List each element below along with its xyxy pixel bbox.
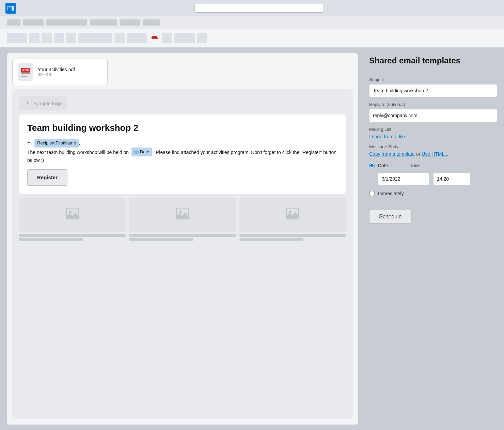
ribbon-button[interactable] <box>7 33 27 43</box>
message-body-label: Message Body <box>369 144 497 149</box>
attachment-info: Your activities.pdf 320 KB <box>38 67 75 77</box>
subject-input[interactable] <box>369 84 497 97</box>
logo-placeholder-icon <box>25 100 31 106</box>
caption-2 <box>129 234 236 241</box>
image-icon-3 <box>286 208 299 222</box>
top-bar <box>0 0 504 16</box>
import-link[interactable]: Import from a file... <box>369 134 497 139</box>
ribbon-button[interactable] <box>197 33 207 43</box>
reply-icon[interactable] <box>149 33 160 44</box>
svg-point-14 <box>289 211 292 213</box>
search-bar[interactable] <box>194 4 324 13</box>
nav-pill <box>143 19 160 26</box>
svg-point-4 <box>27 103 29 105</box>
email-preview: Sample logo Team building workshop 2 Hi … <box>12 89 353 419</box>
outlook-icon <box>5 3 16 14</box>
caption-bar-short <box>19 238 83 241</box>
caption-3 <box>239 234 346 241</box>
register-button[interactable]: Register <box>27 169 67 186</box>
image-placeholder-2 <box>129 198 236 232</box>
ribbon-button[interactable] <box>42 33 52 43</box>
logo-area: Sample logo <box>19 96 67 110</box>
immediately-radio-row: Immediately <box>369 191 497 196</box>
svg-rect-2 <box>8 6 12 8</box>
ribbon-button[interactable] <box>127 33 147 43</box>
ribbon-button[interactable] <box>174 33 195 43</box>
date-field <box>378 172 429 185</box>
nav-bar <box>0 16 504 29</box>
svg-rect-3 <box>12 6 14 11</box>
email-body: Team building workshop 2 Hi RecipientFir… <box>19 114 346 194</box>
subject-label: Subject <box>369 77 497 82</box>
ribbon-button[interactable] <box>66 33 76 43</box>
caption-bar <box>129 234 236 237</box>
logo-text: Sample logo <box>33 101 62 106</box>
nav-pill <box>23 19 44 26</box>
image-placeholder-1 <box>19 198 126 232</box>
ribbon <box>0 29 504 48</box>
comma: , <box>79 140 80 145</box>
attachment-filesize: 320 KB <box>38 72 75 77</box>
date-icon <box>134 150 139 154</box>
nav-pill <box>46 19 87 26</box>
attachment-card[interactable]: PDF Your activities.pdf 320 KB <box>12 59 108 85</box>
attachment-filename: Your activities.pdf <box>38 67 75 72</box>
image-row <box>19 198 346 232</box>
svg-point-10 <box>69 211 72 213</box>
pdf-label: PDF <box>21 68 30 73</box>
reply-to-label: Reply to (optional) <box>369 102 497 107</box>
nav-pill <box>90 19 117 26</box>
ribbon-button[interactable] <box>162 33 172 43</box>
reply-to-input[interactable] <box>369 109 497 122</box>
ribbon-button[interactable] <box>54 33 64 43</box>
svg-rect-6 <box>135 150 135 152</box>
message-body-row: Copy from a template or Use HTML... <box>369 151 497 157</box>
nav-pill <box>120 19 140 26</box>
nav-pill <box>7 19 20 26</box>
mailing-list-label: Mailing List <box>369 127 497 132</box>
immediately-label: Immediately <box>378 191 404 196</box>
body-part1: The next team building workshop will be … <box>27 150 129 155</box>
caption-bar <box>19 234 126 237</box>
caption-row <box>19 234 346 241</box>
recipient-tag: RecipientFirstName <box>34 139 79 148</box>
left-panel: PDF Your activities.pdf 320 KB Sa <box>7 53 358 425</box>
schedule-button[interactable]: Schedule <box>369 210 412 224</box>
time-input[interactable] <box>433 172 471 185</box>
image-placeholder-3 <box>239 198 346 232</box>
caption-bar-short <box>129 238 193 241</box>
date-radio[interactable] <box>369 163 375 168</box>
date-tag: Date <box>131 148 152 156</box>
ribbon-button[interactable] <box>114 33 125 43</box>
image-icon-2 <box>176 208 189 222</box>
email-text: Hi RecipientFirstName, The next team bui… <box>27 139 338 186</box>
caption-bar-short <box>239 238 303 241</box>
svg-point-12 <box>179 211 182 213</box>
right-panel: Shared email templates Subject Reply to … <box>361 53 497 425</box>
time-field <box>433 172 471 185</box>
immediately-radio[interactable] <box>369 191 375 196</box>
date-input[interactable] <box>378 172 429 185</box>
pdf-icon: PDF <box>18 63 33 81</box>
ribbon-button[interactable] <box>78 33 112 43</box>
caption-1 <box>19 234 126 241</box>
copy-from-template-link[interactable]: Copy from a template <box>369 151 415 157</box>
use-html-link[interactable]: Use HTML... <box>422 151 448 157</box>
caption-bar <box>239 234 346 237</box>
greeting: Hi <box>27 140 32 145</box>
schedule-section: Date Time Immediately <box>369 163 497 200</box>
image-icon-1 <box>66 208 79 222</box>
svg-rect-7 <box>138 150 138 152</box>
main-content: PDF Your activities.pdf 320 KB Sa <box>0 48 504 430</box>
date-radio-label: Date <box>378 163 388 168</box>
date-time-radio-row: Date Time <box>369 163 497 168</box>
panel-title: Shared email templates <box>369 56 497 65</box>
or-text: or <box>416 151 420 157</box>
ribbon-button[interactable] <box>29 33 40 43</box>
time-radio-label-inline: Time <box>409 163 419 168</box>
email-title: Team building workshop 2 <box>27 123 338 133</box>
date-time-row <box>378 172 497 185</box>
